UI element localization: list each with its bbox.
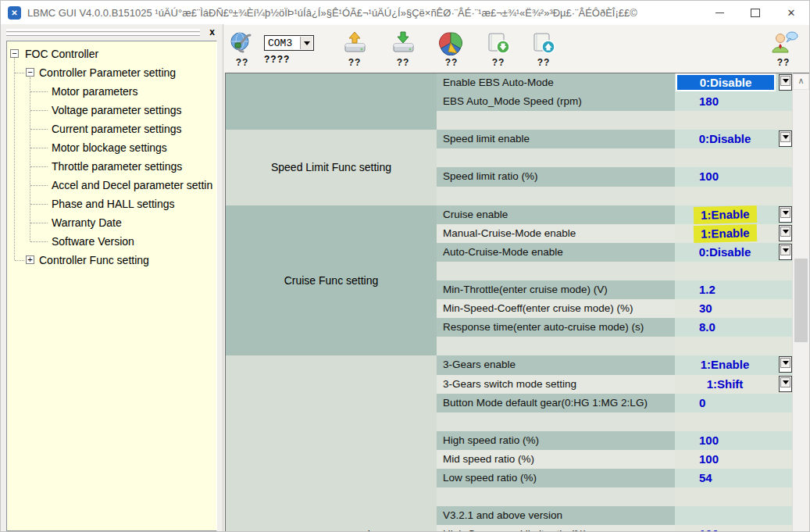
tree-item-label[interactable]: Software Version [52,232,134,251]
export-file-label: ?? [530,57,557,68]
param-row: Min-Throttle(enter cruise mode) (V)1.2 [437,280,794,299]
param-value-cell[interactable] [675,337,794,355]
value-text: 1.2 [699,283,715,296]
param-row: Button Mode default gear(0:HG 1:MG 2:LG)… [437,394,794,412]
com-port-select[interactable]: COM3 [264,35,314,51]
connect-button[interactable]: ?? [229,30,255,68]
tree-item-label[interactable]: Controller Func setting [39,251,149,270]
param-value-cell[interactable]: 8.0 [675,318,794,337]
tree-item[interactable]: −FOC Controller [7,45,216,63]
param-value-cell[interactable]: 100 [675,167,794,186]
param-value-cell[interactable]: 30 [675,299,794,318]
param-name-cell: Button Mode default gear(0:HG 1:MG 2:LG) [437,394,675,412]
pie-chart-button[interactable]: ?? [438,30,465,68]
param-value-cell[interactable]: 100 [675,431,794,450]
close-button[interactable]: ✕ [773,2,809,24]
param-value-cell[interactable] [675,111,794,130]
tree-item-label[interactable]: Voltage parameter settings [52,101,182,120]
parameter-section: Speed Limit Func settingSpeed limit enab… [226,130,794,205]
param-value-cell[interactable]: 100 [675,525,794,531]
dropdown-button[interactable] [779,356,792,373]
param-value-cell[interactable] [675,262,794,280]
dropdown-button[interactable] [779,225,792,241]
dock-gripper[interactable] [6,33,200,36]
write-params-button[interactable]: ?? [390,30,416,68]
vertical-scrollbar[interactable]: ∧ [792,73,809,531]
value-text: 0 [699,396,705,409]
navigation-panel: x −FOC Controller−Controller Parameter s… [1,24,223,531]
param-name-cell [437,412,675,431]
param-value-cell[interactable] [675,187,794,205]
selected-value-cell[interactable]: 0:Disable [676,73,776,91]
param-value-cell[interactable]: 1:Enable [675,355,794,374]
tree-item-label[interactable]: Phase and HALL settings [52,195,174,213]
read-params-button[interactable]: ?? [341,30,368,68]
param-value-cell[interactable]: 100 [675,450,794,469]
scrollbar-thumb[interactable] [794,259,808,342]
dropdown-button[interactable] [779,130,792,147]
expand-icon[interactable]: + [26,255,34,264]
param-value-cell[interactable] [675,148,794,167]
dock-close-button[interactable]: x [206,27,218,38]
value-text: 100 [699,452,719,466]
dropdown-button[interactable] [779,244,792,260]
tree-item-label[interactable]: Accel and Decel parameter settin [52,176,212,195]
export-file-button[interactable]: ?? [530,30,557,68]
section-category-cell: 3-Gears Func setting [226,355,437,531]
tree-item-label[interactable]: Warranty Date [52,213,122,232]
section-category-cell: Cruise Func setting [226,205,437,356]
tree-item[interactable]: +Controller Func setting [7,251,216,270]
tree-item-label[interactable]: Controller Parameter setting [39,63,176,82]
about-button[interactable]: ?? [770,30,797,68]
tree-item-label[interactable]: FOC Controller [25,45,98,63]
param-value-cell[interactable]: 54 [675,469,794,487]
tree-item-label[interactable]: Current parameter settings [52,120,182,138]
param-name-cell: High speed ratio (%) [437,431,675,450]
collapse-icon[interactable]: − [10,49,19,58]
param-value-cell[interactable]: 0:Disable [675,130,794,148]
com-port-dropdown-icon[interactable] [300,37,312,49]
tree-item[interactable]: −Controller Parameter setting [7,63,216,82]
value-text: 1:Shift [707,377,744,391]
param-value-cell[interactable] [675,506,794,525]
app-window: ✕ LBMC GUI V4.0.0.B151025 ¹úÄÚ°æ£¨ÌáÐÑ£º… [0,0,810,532]
maximize-button[interactable] [737,2,773,24]
param-value-cell[interactable]: 1:Shift [675,375,794,394]
param-row: Enable EBS Auto-Mode0:Disable [437,73,794,92]
param-row [437,148,794,167]
tree-item-label[interactable]: Motor parameters [52,82,137,101]
collapse-icon[interactable]: − [26,68,34,77]
param-value-cell[interactable]: 0:Disable [675,73,794,92]
import-file-label: ?? [485,57,512,68]
app-logo-icon: ✕ [8,6,21,20]
param-value-cell[interactable] [675,412,794,431]
param-value-cell[interactable]: 1.2 [675,280,794,299]
minimize-button[interactable] [701,2,737,24]
connect-icon [229,30,255,55]
tree-item-label[interactable]: Motor blockage settings [52,138,167,157]
param-value-cell[interactable]: 180 [675,92,794,111]
main-area: x −FOC Controller−Controller Parameter s… [1,24,809,531]
value-text: 0:Disable [699,132,751,145]
param-row: EBS Auto_Mode Speed (rpm)180 [437,92,794,111]
tree-item-label[interactable]: Throttle parameter settings [52,157,182,176]
dropdown-button[interactable] [779,206,792,223]
param-name-cell: Min-Throttle(enter cruise mode) (V) [437,280,675,299]
param-value-cell[interactable]: 1:Enable [675,205,794,224]
tree-connector-line [30,223,48,223]
param-value-cell[interactable]: 1:Enable [675,224,794,243]
tree-connector-line [30,241,48,242]
dropdown-button[interactable] [779,376,792,392]
scrollbar-up-icon[interactable]: ∧ [793,73,809,90]
param-value-cell[interactable] [675,487,794,506]
com-port-label: ???? [264,54,290,65]
param-row: 3-Gears switch mode setting1:Shift [437,375,794,394]
param-name-cell [437,487,675,506]
param-value-cell[interactable]: 0:Disable [675,243,794,262]
param-name-cell: Low speed ratio (%) [437,469,675,487]
dropdown-button[interactable] [779,74,792,91]
dock-gripper[interactable] [6,29,200,32]
param-row: 3-Gears enable1:Enable [437,355,794,374]
import-file-button[interactable]: ?? [485,30,512,68]
param-value-cell[interactable]: 0 [675,394,794,412]
